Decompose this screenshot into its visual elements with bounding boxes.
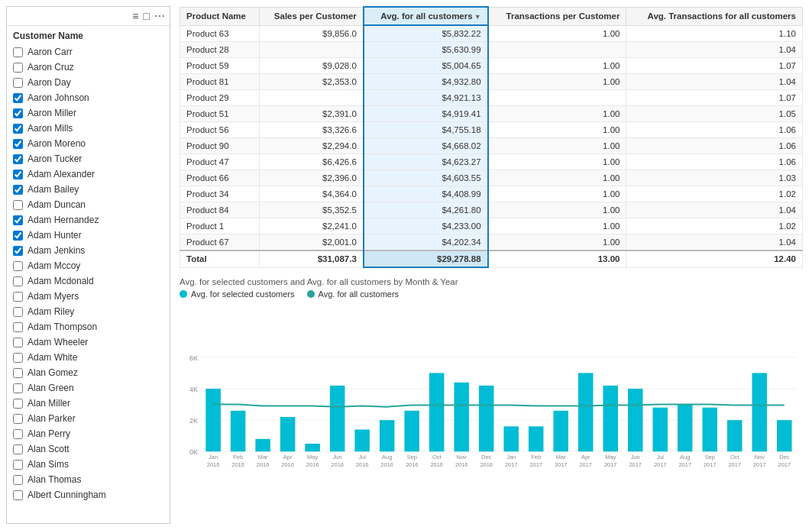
customer-checkbox[interactable] [13, 108, 23, 118]
table-cell: 1.06 [626, 138, 803, 154]
customer-checkbox[interactable] [13, 170, 23, 179]
customer-checkbox[interactable] [13, 383, 23, 393]
x-axis-label: May [307, 454, 318, 461]
bar [231, 411, 246, 451]
table-cell: Product 34 [180, 186, 260, 202]
table-cell: 1.07 [626, 90, 803, 106]
list-item[interactable]: Adam Alexander [7, 166, 170, 182]
customer-checkbox[interactable] [13, 353, 23, 363]
customer-checkbox[interactable] [13, 276, 23, 286]
list-item[interactable]: Alan Parker [7, 411, 170, 426]
customer-checkbox[interactable] [13, 338, 23, 347]
customer-checkbox[interactable] [13, 78, 23, 88]
customer-list: Aaron CarrAaron CruzAaron DayAaron Johns… [7, 44, 170, 523]
customer-checkbox[interactable] [13, 154, 23, 164]
bar [255, 439, 270, 451]
left-filter-panel: ≡ □ ⋯ Customer Name Aaron CarrAaron Cruz… [6, 6, 170, 524]
list-item[interactable]: Adam White [7, 350, 170, 365]
table-cell: $2,391.0 [259, 106, 364, 122]
table-header[interactable]: Product Name [180, 7, 260, 25]
customer-checkbox[interactable] [13, 490, 23, 500]
customer-checkbox[interactable] [13, 322, 23, 332]
list-item[interactable]: Alan Perry [7, 426, 170, 441]
table-cell: Product 59 [180, 58, 260, 74]
table-row: Product 59$9,028.0$5,004.651.001.07 [180, 58, 803, 74]
list-item[interactable]: Aaron Day [7, 75, 170, 90]
table-cell: $2,241.0 [259, 218, 364, 234]
customer-checkbox[interactable] [13, 231, 23, 241]
list-item[interactable]: Adam Mcdonald [7, 273, 170, 289]
list-item[interactable]: Adam Duncan [7, 197, 170, 212]
x-axis-label: 2017 [728, 461, 741, 468]
customer-checkbox[interactable] [13, 444, 23, 454]
customer-checkbox[interactable] [13, 63, 23, 73]
list-item[interactable]: Adam Thompson [7, 319, 170, 334]
list-item[interactable]: Aaron Carr [7, 44, 170, 60]
table-header[interactable]: Avg. Transactions for all customers [626, 7, 803, 25]
table-cell: Product 1 [180, 218, 260, 234]
customer-checkbox[interactable] [13, 246, 23, 256]
x-axis-label: 2016 [306, 461, 319, 468]
table-cell: 1.04 [626, 74, 803, 90]
table-header[interactable]: Sales per Customer [259, 7, 364, 25]
list-item[interactable]: Adam Hunter [7, 228, 170, 243]
list-item[interactable]: Adam Hernandez [7, 212, 170, 228]
customer-checkbox[interactable] [13, 414, 23, 424]
list-item[interactable]: Adam Bailey [7, 182, 170, 197]
list-item[interactable]: Aaron Tucker [7, 151, 170, 166]
customer-checkbox[interactable] [13, 292, 23, 302]
customer-checkbox[interactable] [13, 215, 23, 225]
table-cell: 1.00 [488, 234, 626, 251]
customer-name-label: Adam Bailey [27, 184, 79, 195]
customer-checkbox[interactable] [13, 200, 23, 210]
table-total-row: Total$31,087.3$29,278.8813.0012.40 [180, 250, 803, 267]
list-item[interactable]: Aaron Moreno [7, 136, 170, 151]
customer-checkbox[interactable] [13, 47, 23, 57]
table-cell: Product 56 [180, 122, 260, 138]
customer-checkbox[interactable] [13, 475, 23, 485]
list-item[interactable]: Adam Myers [7, 289, 170, 304]
table-header[interactable]: Avg. for all customers▼ [364, 7, 488, 25]
table-row: Product 90$2,294.0$4,668.021.001.06 [180, 138, 803, 154]
customer-name-label: Adam Jenkins [27, 245, 85, 256]
customer-name-label: Aaron Cruz [27, 62, 74, 73]
list-item[interactable]: Adam Riley [7, 304, 170, 319]
x-axis-label: Mar [556, 454, 566, 461]
customer-name-label: Aaron Carr [27, 47, 73, 57]
list-item[interactable]: Albert Cunningham [7, 487, 170, 503]
customer-checkbox[interactable] [13, 93, 23, 103]
table-cell [488, 42, 626, 58]
table-cell: $2,001.0 [259, 234, 364, 251]
customer-checkbox[interactable] [13, 307, 23, 317]
list-item[interactable]: Alan Sims [7, 457, 170, 472]
list-item[interactable]: Alan Miller [7, 396, 170, 411]
customer-name-label: Adam Alexander [27, 169, 95, 179]
table-cell: Product 47 [180, 154, 260, 170]
grid-icon[interactable]: □ [144, 10, 150, 22]
list-item[interactable]: Adam Wheeler [7, 334, 170, 350]
list-item[interactable]: Adam Jenkins [7, 243, 170, 258]
customer-checkbox[interactable] [13, 261, 23, 271]
customer-checkbox[interactable] [13, 124, 23, 134]
list-item[interactable]: Alan Gomez [7, 365, 170, 380]
list-item[interactable]: Aaron Johnson [7, 90, 170, 105]
table-cell: Product 66 [180, 170, 260, 186]
list-item[interactable]: Alan Green [7, 380, 170, 396]
more-icon[interactable]: ⋯ [154, 10, 165, 22]
customer-checkbox[interactable] [13, 139, 23, 149]
menu-icon[interactable]: ≡ [132, 10, 138, 22]
customer-checkbox[interactable] [13, 399, 23, 409]
list-item[interactable]: Aaron Cruz [7, 60, 170, 75]
table-header[interactable]: Transactions per Customer [488, 7, 626, 25]
customer-checkbox[interactable] [13, 368, 23, 378]
customer-checkbox[interactable] [13, 429, 23, 439]
x-axis-label: Dec [779, 454, 790, 461]
list-item[interactable]: Alan Thomas [7, 472, 170, 487]
list-item[interactable]: Aaron Mills [7, 121, 170, 136]
list-item[interactable]: Aaron Miller [7, 105, 170, 121]
list-item[interactable]: Alan Scott [7, 441, 170, 457]
customer-checkbox[interactable] [13, 185, 23, 195]
customer-checkbox[interactable] [13, 460, 23, 470]
list-item[interactable]: Adam Mccoy [7, 258, 170, 273]
table-cell: $5,630.99 [364, 42, 488, 58]
